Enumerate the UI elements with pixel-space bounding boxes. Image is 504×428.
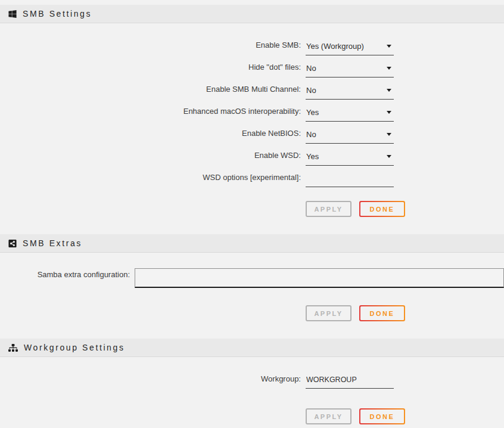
dropdown-arrow-icon [387, 155, 391, 158]
field-label: Enable SMB: [0, 39, 301, 49]
workgroup-actions: APPLY DONE [306, 408, 504, 424]
enable-netbios-select[interactable]: No [306, 127, 394, 144]
section-header-workgroup-settings: Workgroup Settings [0, 339, 504, 357]
field-label: Enable WSD: [0, 149, 301, 160]
apply-button[interactable]: APPLY [306, 408, 351, 424]
field-label: Samba extra configuration: [0, 268, 130, 279]
sitemap-icon [8, 344, 18, 352]
section-header-smb-settings: SMB Settings [0, 5, 504, 23]
dropdown-arrow-icon [387, 111, 391, 114]
section-header-smb-extras: SMB Extras [0, 234, 504, 253]
enable-wsd-select[interactable]: Yes [306, 149, 394, 166]
apply-button[interactable]: APPLY [306, 201, 351, 217]
done-button[interactable]: DONE [359, 305, 405, 321]
dropdown-arrow-icon [387, 45, 391, 48]
smb-extras-form: Samba extra configuration: APPLY DONE [0, 253, 504, 321]
windows-icon [8, 10, 17, 18]
form-row-macos-interop: Enhanced macOS interoperability: Yes [0, 105, 504, 127]
done-button[interactable]: DONE [359, 408, 405, 424]
enable-smb-multi-channel-select[interactable]: No [306, 83, 394, 100]
form-row-wsd: Enable WSD: Yes [0, 149, 504, 171]
form-row-workgroup: Workgroup: [0, 373, 504, 395]
select-value: Yes [306, 152, 319, 161]
select-value: No [306, 86, 316, 95]
form-row-wsd-options: WSD options [experimental]: [0, 171, 504, 193]
samba-extra-configuration-textarea[interactable] [135, 268, 504, 288]
smb-settings-form: Enable SMB: Yes (Workgroup) Hide "dot" f… [0, 23, 504, 217]
form-row-hide-dot-files: Hide "dot" files: No [0, 61, 504, 83]
field-label: Enable NetBIOS: [0, 127, 301, 138]
field-label: Workgroup: [0, 373, 301, 383]
enable-smb-select[interactable]: Yes (Workgroup) [306, 39, 394, 55]
workgroup-input[interactable] [306, 373, 394, 389]
enhanced-macos-interoperability-select[interactable]: Yes [306, 105, 394, 122]
field-label: WSD options [experimental]: [0, 171, 301, 182]
form-row-netbios: Enable NetBIOS: No [0, 127, 504, 149]
form-row-samba-extra: Samba extra configuration: [0, 268, 504, 288]
smb-settings-page: SMB Settings Enable SMB: Yes (Workgroup)… [0, 0, 504, 428]
dropdown-arrow-icon [387, 89, 391, 92]
form-row-enable-smb: Enable SMB: Yes (Workgroup) [0, 39, 504, 61]
form-row-smb-multi-channel: Enable SMB Multi Channel: No [0, 83, 504, 105]
done-button[interactable]: DONE [359, 201, 405, 217]
select-value: Yes [306, 108, 319, 117]
section-title: SMB Extras [23, 238, 82, 248]
section-smb-extras: SMB Extras Samba extra configuration: AP… [0, 234, 504, 321]
section-title: SMB Settings [23, 9, 92, 18]
select-value: Yes (Workgroup) [306, 42, 364, 51]
dropdown-arrow-icon [387, 67, 391, 70]
field-label: Hide "dot" files: [0, 61, 301, 72]
section-smb-settings: SMB Settings Enable SMB: Yes (Workgroup)… [0, 5, 504, 217]
smb-extras-actions: APPLY DONE [306, 305, 504, 321]
wsd-options-input[interactable] [306, 171, 394, 187]
select-value: No [306, 64, 316, 73]
section-workgroup-settings: Workgroup Settings Workgroup: APPLY DONE [0, 339, 504, 424]
workgroup-form: Workgroup: APPLY DONE [0, 357, 504, 424]
smb-settings-actions: APPLY DONE [306, 201, 504, 217]
field-label: Enhanced macOS interoperability: [0, 105, 301, 116]
apply-button[interactable]: APPLY [306, 305, 351, 321]
dropdown-arrow-icon [387, 133, 391, 136]
field-label: Enable SMB Multi Channel: [0, 83, 301, 94]
select-value: No [306, 130, 316, 139]
hide-dot-files-select[interactable]: No [306, 61, 394, 77]
section-title: Workgroup Settings [24, 343, 125, 352]
share-icon [8, 239, 17, 248]
